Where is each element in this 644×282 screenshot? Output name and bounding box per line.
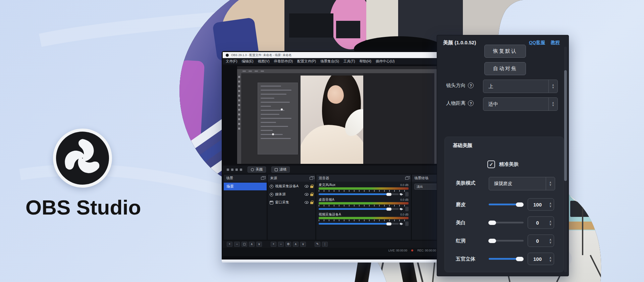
volume-handle[interactable] <box>386 207 391 210</box>
slider-row-rosy: 红润 0 ∧∨ <box>445 234 564 247</box>
add-scene-button[interactable]: + <box>227 242 232 247</box>
popout-icon[interactable] <box>261 177 264 180</box>
photoshop-properties-panel <box>258 83 298 154</box>
whitening-slider[interactable] <box>489 222 524 224</box>
remove-source-button[interactable]: − <box>278 242 284 247</box>
slider-handle[interactable] <box>516 202 524 207</box>
channel-options-button[interactable]: ⋮ <box>405 222 409 226</box>
rosy-value-box[interactable]: 0 ∧∨ <box>528 235 554 247</box>
scene-filters-button[interactable]: ▢ <box>241 242 247 247</box>
facial-depth-slider[interactable] <box>489 258 524 260</box>
slider-handle[interactable] <box>488 221 496 225</box>
speaker-icon[interactable] <box>401 223 403 225</box>
dock-indicator-icon <box>235 169 238 171</box>
menu-item-view[interactable]: 视图(V) <box>258 59 269 64</box>
popout-icon[interactable] <box>405 177 409 180</box>
slider-handle[interactable] <box>488 239 496 243</box>
obs-window-title: OBS 29.1.3 - 配置文件: 未命名 - 场景: 未命名 <box>231 53 292 57</box>
visibility-eye-icon[interactable] <box>305 185 309 188</box>
person-distance-select[interactable]: 适中 ∧∨ <box>483 97 558 111</box>
spinner-icon[interactable]: ∧∨ <box>547 202 554 207</box>
menu-item-file[interactable]: 文件(F) <box>226 59 237 64</box>
monitor: OBS 29.1.3 - 配置文件: 未命名 - 场景: 未命名 文件(F) 编… <box>222 51 446 262</box>
sources-panel: 来源 视频采集设备A 媒体源 窗口采集 <box>268 175 315 240</box>
source-up-button[interactable]: ∧ <box>293 242 299 247</box>
preview-photoshop-window <box>237 66 442 164</box>
channel-options-button[interactable]: ⋮ <box>405 207 409 211</box>
menu-item-docks[interactable]: 停靠部件(D) <box>274 59 293 64</box>
menu-item-edit[interactable]: 编辑(E) <box>241 59 253 64</box>
source-down-button[interactable]: ∨ <box>300 242 306 247</box>
meter-ticks <box>319 205 409 206</box>
camera-direction-select[interactable]: 上 ∧∨ <box>483 80 558 93</box>
spinner-icon[interactable]: ∧∨ <box>547 220 554 225</box>
scene-down-button[interactable]: ∨ <box>256 242 262 247</box>
smoothing-value-box[interactable]: 100 ∧∨ <box>528 198 554 211</box>
volume-handle[interactable] <box>386 193 391 196</box>
volume-slider[interactable] <box>319 223 399 225</box>
obs-bottom-toolbar: + − ▢ ∧ ∨ + − ⚙ ∧ ∨ ✎ ⋮ <box>223 241 445 248</box>
rosy-slider[interactable] <box>489 240 524 242</box>
spinner-icon[interactable]: ∧∨ <box>546 177 555 190</box>
menu-item-profile[interactable]: 配置文件(P) <box>297 59 316 64</box>
channel-options-button[interactable]: ⋮ <box>405 192 409 196</box>
obs-dock-row: 美颜 滤镜 <box>223 166 445 174</box>
scene-item-selected[interactable]: 场景 <box>224 183 267 190</box>
lock-icon[interactable] <box>310 202 313 204</box>
skin-mode-select[interactable]: 朦胧磨皮 ∧∨ <box>489 177 555 190</box>
checkbox-icon[interactable]: ✓ <box>487 160 495 168</box>
smoothing-slider[interactable] <box>489 204 524 205</box>
meter-ticks <box>319 220 409 221</box>
menu-item-help[interactable]: 帮助(H) <box>359 59 371 64</box>
record-dot-icon <box>411 249 413 251</box>
help-icon[interactable]: ? <box>468 83 474 88</box>
volume-handle[interactable] <box>386 222 391 225</box>
add-source-button[interactable]: + <box>271 242 276 247</box>
volume-slider[interactable] <box>319 208 399 210</box>
visibility-eye-icon[interactable] <box>305 201 309 204</box>
more-options-button[interactable]: ⋮ <box>322 242 328 247</box>
volume-slider[interactable] <box>319 193 399 195</box>
remove-scene-button[interactable]: − <box>234 242 240 247</box>
whitening-value-box[interactable]: 0 ∧∨ <box>528 217 554 229</box>
dock-indicator-icon <box>231 169 233 171</box>
lock-icon[interactable] <box>310 186 313 188</box>
facial-depth-value-box[interactable]: 100 ∧∨ <box>528 253 554 265</box>
beauty-panel-title: 美颜 (1.0.0.52) <box>443 40 476 46</box>
popout-icon[interactable] <box>310 177 313 180</box>
help-icon[interactable]: ? <box>468 100 474 106</box>
portrait-face <box>327 85 344 104</box>
source-row[interactable]: 媒体源 <box>268 190 315 198</box>
spinner-icon[interactable]: ∧∨ <box>547 256 554 262</box>
source-row[interactable]: 窗口采集 <box>268 198 315 206</box>
scrollbar-thumb[interactable] <box>564 70 567 181</box>
restore-defaults-button[interactable]: 恢复默认 <box>484 45 526 58</box>
slider-handle[interactable] <box>516 257 524 261</box>
spinner-icon[interactable]: ∧∨ <box>548 80 557 93</box>
precise-skin-checkbox-row[interactable]: ✓ 精准美肤 <box>487 160 519 168</box>
lock-icon[interactable] <box>310 194 313 196</box>
menu-item-tools[interactable]: 工具(T) <box>343 59 355 64</box>
mixer-panel-title: 混音器 <box>319 176 329 181</box>
dock-pill-filters[interactable]: 滤镜 <box>271 167 290 173</box>
spinner-icon[interactable]: ∧∨ <box>547 238 554 243</box>
dock-pill-beauty[interactable]: 美颜 <box>248 167 266 173</box>
photoshop-options-bar <box>237 69 442 73</box>
speaker-icon[interactable] <box>401 208 403 210</box>
basic-beauty-title: 基础美颜 <box>453 142 472 149</box>
edit-button[interactable]: ✎ <box>315 242 320 247</box>
mixer-channel: 麦克风/Aux 0.0 dB ⋮ <box>316 182 411 196</box>
spinner-icon[interactable]: ∧∨ <box>548 98 557 110</box>
speaker-icon[interactable] <box>401 193 403 196</box>
visibility-eye-icon[interactable] <box>305 193 309 196</box>
dock-indicator-icon <box>227 169 229 171</box>
scene-up-button[interactable]: ∧ <box>249 242 255 247</box>
menu-item-scene-collection[interactable]: 场景集合(S) <box>320 59 339 64</box>
menu-item-plugin-center[interactable]: 插件中心(U) <box>376 59 395 64</box>
source-properties-button[interactable]: ⚙ <box>285 242 291 247</box>
qq-support-link[interactable]: QQ客服 <box>529 40 545 46</box>
auto-focus-button[interactable]: 自动对焦 <box>484 62 526 75</box>
tutorial-link[interactable]: 教程 <box>551 40 560 46</box>
source-row[interactable]: 视频采集设备A <box>268 182 315 190</box>
camera-direction-label: 镜头方向 <box>446 82 466 89</box>
